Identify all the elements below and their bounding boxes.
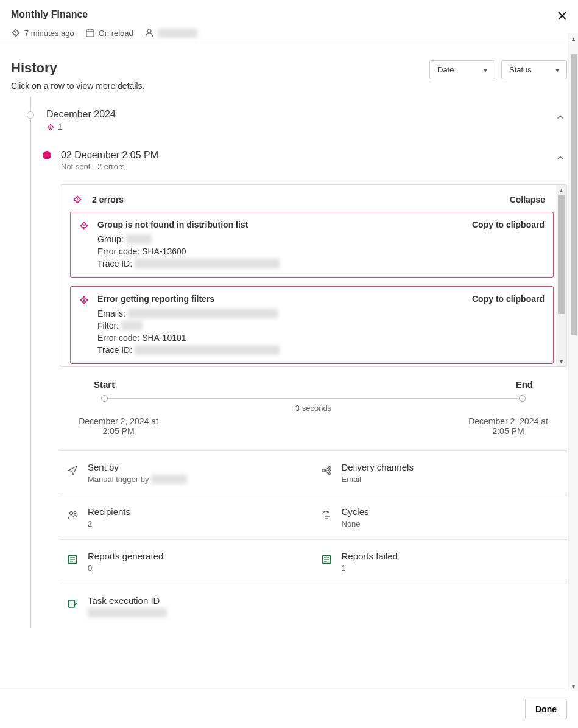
channels-icon	[321, 465, 332, 476]
filter-date-label: Date	[437, 65, 454, 74]
diamond-warning-icon	[79, 221, 89, 231]
timeline-end-time: 2:05 PM	[458, 426, 559, 436]
chevron-up-icon	[556, 154, 565, 163]
error-item: Group is not found in distribution list …	[70, 212, 554, 278]
timeline-dot-open	[27, 111, 34, 119]
info-task-id-value: xxxxxxxxxxxxxxxxxxxx	[88, 608, 167, 617]
svg-point-22	[328, 469, 330, 471]
timeline-dot-error	[43, 151, 51, 159]
close-button[interactable]	[557, 9, 567, 21]
info-recipients-title: Recipients	[88, 506, 130, 517]
info-reports-gen-value: 0	[88, 564, 163, 573]
chevron-down-icon: ▾	[484, 66, 487, 74]
filter-status-label: Status	[509, 65, 532, 74]
info-reports-failed-value: 1	[342, 564, 398, 573]
svg-rect-20	[322, 469, 325, 472]
people-icon	[67, 509, 78, 520]
calendar-icon	[85, 28, 95, 38]
filter-date-dropdown[interactable]: Date ▾	[429, 60, 495, 79]
timeline-start-label: Start	[94, 379, 115, 390]
history-event-subtitle: Not sent - 2 errors	[61, 162, 158, 171]
report-failed-icon	[321, 554, 332, 565]
collapse-event-button[interactable]	[554, 150, 567, 166]
dialog-content: History Click on a row to view more deta…	[0, 43, 578, 690]
schedule-text: On reload	[99, 29, 133, 38]
error-filter-label: Filter:	[97, 321, 119, 331]
last-run-indicator: 7 minutes ago	[11, 28, 74, 38]
timeline-start-dot	[101, 395, 108, 402]
info-reports-failed: Reports failed 1	[314, 540, 568, 584]
copy-to-clipboard-button[interactable]: Copy to clipboard	[472, 294, 545, 304]
info-delivery-title: Delivery channels	[342, 462, 414, 472]
error-group-value: xxxxxx	[126, 234, 152, 244]
scroll-down-icon[interactable]: ▼	[569, 681, 578, 691]
info-cycles-value: None	[342, 519, 369, 528]
owner-redacted: xxxxxxxxxx	[158, 29, 197, 38]
info-reports-generated: Reports generated 0	[60, 540, 314, 584]
done-button[interactable]: Done	[525, 699, 567, 719]
errors-heading: 2 errors	[92, 195, 124, 205]
timeline-start-date: December 2, 2024 at	[68, 416, 169, 426]
info-task-execution-id: Task execution ID xxxxxxxxxxxxxxxxxxxx	[60, 584, 314, 628]
history-event-row[interactable]: 02 December 2:05 PM Not sent - 2 errors	[30, 150, 567, 171]
svg-point-10	[50, 128, 51, 128]
info-reports-gen-title: Reports generated	[88, 551, 163, 561]
errors-collapse-button[interactable]: Collapse	[510, 195, 551, 205]
error-code-label: Error code:	[97, 333, 139, 343]
info-task-id-title: Task execution ID	[88, 595, 167, 606]
svg-point-21	[328, 466, 330, 468]
error-item: Error getting reporting filters Copy to …	[70, 286, 554, 364]
svg-point-23	[328, 472, 330, 474]
owner-indicator: xxxxxxxxxx	[144, 28, 197, 38]
errors-scrollbar[interactable]: ▲ ▼	[556, 185, 566, 366]
timeline-start-time: 2:05 PM	[68, 426, 169, 436]
scroll-up-icon[interactable]: ▲	[556, 185, 566, 195]
svg-point-25	[74, 511, 76, 514]
error-filter-value: xxxxx	[121, 321, 143, 331]
svg-rect-36	[69, 600, 75, 607]
errors-panel: 2 errors Collapse Group is not found in …	[60, 184, 567, 367]
error-emails-value: xxxxxxxxxxxxxxxxxx, xxxxxxxxxxxxxxxx	[128, 309, 278, 318]
svg-point-7	[147, 29, 151, 33]
task-id-icon	[67, 598, 78, 609]
collapse-month-button[interactable]	[554, 109, 567, 125]
error-trace-label: Trace ID:	[97, 345, 132, 355]
history-month-row[interactable]: December 2024 1	[30, 109, 567, 131]
filter-status-dropdown[interactable]: Status ▾	[501, 60, 567, 79]
timeline-end-dot	[519, 395, 526, 402]
info-cycles-title: Cycles	[342, 506, 369, 517]
dialog-footer: Done	[0, 690, 578, 728]
svg-rect-3	[86, 30, 94, 37]
history-subheading: Click on a row to view more details.	[11, 81, 144, 91]
timeline-end-label: End	[516, 379, 533, 390]
timeline-end-date: December 2, 2024 at	[458, 416, 559, 426]
history-heading: History	[11, 60, 144, 76]
chevron-up-icon	[556, 113, 565, 122]
report-success-icon	[67, 554, 78, 565]
error-code-label: Error code:	[97, 247, 139, 256]
outer-scrollbar[interactable]: ▲ ▼	[568, 33, 578, 691]
info-delivery-channels: Delivery channels Email	[314, 451, 568, 495]
error-title: Group is not found in distribution list	[97, 220, 463, 229]
scroll-down-icon[interactable]: ▼	[556, 356, 566, 366]
history-month-count: 1	[58, 122, 62, 131]
info-recipients: Recipients 2	[60, 495, 314, 539]
copy-to-clipboard-button[interactable]: Copy to clipboard	[472, 220, 545, 229]
close-icon	[557, 11, 567, 21]
history-event-title: 02 December 2:05 PM	[61, 150, 158, 161]
info-sent-by-prefix: Manual trigger by	[88, 475, 151, 484]
svg-point-2	[15, 34, 16, 35]
info-cycles: Cycles None	[314, 495, 568, 539]
send-icon	[67, 465, 78, 476]
person-icon	[144, 28, 154, 38]
execution-timeline: Start End 3 seconds December 2, 2024 at …	[60, 379, 567, 436]
dialog-title: Monthly Finance	[11, 9, 88, 20]
scroll-thumb[interactable]	[558, 195, 565, 314]
error-trace-value: xxxxxxxxxxxxxxxxxxxxxxxxxxxxxxxxxx	[135, 345, 280, 355]
info-sent-by-value: xxxxxxxxx	[151, 475, 187, 484]
info-recipients-value: 2	[88, 519, 130, 528]
error-emails-label: Emails:	[97, 309, 125, 318]
svg-point-24	[70, 511, 73, 514]
scroll-thumb[interactable]	[571, 54, 577, 335]
scroll-up-icon[interactable]: ▲	[569, 33, 578, 44]
